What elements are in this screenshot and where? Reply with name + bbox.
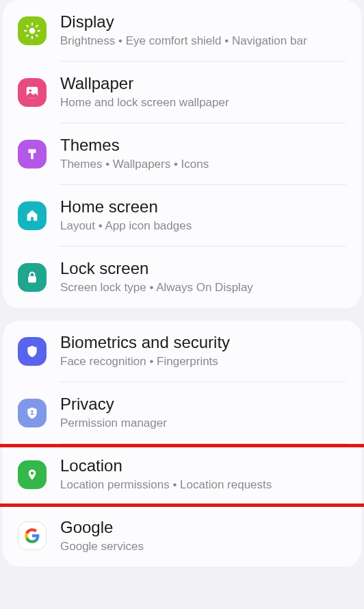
svg-line-4	[36, 35, 38, 36]
svg-line-8	[36, 25, 38, 27]
item-title: Home screen	[60, 197, 346, 216]
item-content: Biometrics and security Face recognition…	[60, 333, 346, 370]
item-title: Wallpaper	[60, 74, 346, 93]
settings-group-security: Biometrics and security Face recognition…	[3, 321, 361, 567]
item-content: Wallpaper Home and lock screen wallpaper	[60, 74, 346, 111]
svg-rect-11	[28, 276, 36, 282]
settings-item-wallpaper[interactable]: Wallpaper Home and lock screen wallpaper	[3, 62, 361, 123]
item-title: Lock screen	[60, 259, 346, 278]
item-subtitle: Screen lock type • Always On Display	[60, 280, 346, 296]
item-subtitle: Face recognition • Fingerprints	[60, 354, 346, 370]
svg-point-0	[29, 28, 36, 34]
settings-item-themes[interactable]: Themes Themes • Wallpapers • Icons	[3, 123, 361, 185]
home-icon	[18, 201, 47, 230]
svg-line-3	[27, 25, 28, 27]
item-title: Display	[60, 12, 346, 32]
svg-line-7	[27, 35, 28, 36]
item-content: Lock screen Screen lock type • Always On…	[60, 259, 346, 296]
item-content: Google Google services	[60, 518, 346, 555]
brightness-icon	[18, 16, 47, 45]
item-subtitle: Google services	[60, 539, 346, 555]
item-content: Themes Themes • Wallpapers • Icons	[60, 136, 346, 173]
privacy-icon	[18, 399, 47, 427]
item-content: Home screen Layout • App icon badges	[60, 197, 346, 234]
svg-point-13	[31, 471, 34, 475]
item-title: Biometrics and security	[60, 333, 346, 352]
item-subtitle: Permission manager	[60, 416, 346, 432]
settings-item-location[interactable]: Location Location permissions • Location…	[3, 444, 361, 506]
item-subtitle: Layout • App icon badges	[60, 219, 346, 234]
wallpaper-icon	[18, 78, 47, 107]
item-title: Themes	[60, 136, 346, 155]
themes-icon	[18, 140, 47, 169]
item-subtitle: Brightness • Eye comfort shield • Naviga…	[60, 34, 346, 49]
google-icon	[18, 521, 47, 550]
item-title: Location	[60, 456, 346, 475]
location-icon	[18, 460, 47, 489]
item-title: Privacy	[60, 395, 346, 414]
settings-item-privacy[interactable]: Privacy Permission manager	[3, 382, 361, 444]
settings-item-display[interactable]: Display Brightness • Eye comfort shield …	[3, 0, 361, 62]
shield-icon	[18, 337, 47, 366]
settings-group-display: Display Brightness • Eye comfort shield …	[3, 0, 361, 308]
item-subtitle: Home and lock screen wallpaper	[60, 95, 346, 111]
settings-item-homescreen[interactable]: Home screen Layout • App icon badges	[3, 185, 361, 247]
settings-item-lockscreen[interactable]: Lock screen Screen lock type • Always On…	[3, 247, 361, 308]
svg-point-12	[31, 410, 33, 412]
item-title: Google	[60, 518, 346, 537]
settings-item-biometrics[interactable]: Biometrics and security Face recognition…	[3, 321, 361, 382]
item-subtitle: Themes • Wallpapers • Icons	[60, 157, 346, 173]
item-content: Display Brightness • Eye comfort shield …	[60, 12, 346, 49]
item-content: Privacy Permission manager	[60, 395, 346, 432]
settings-item-google[interactable]: Google Google services	[3, 506, 361, 567]
item-subtitle: Location permissions • Location requests	[60, 477, 346, 493]
item-content: Location Location permissions • Location…	[60, 456, 346, 493]
svg-point-10	[29, 89, 31, 92]
lock-icon	[18, 263, 47, 292]
